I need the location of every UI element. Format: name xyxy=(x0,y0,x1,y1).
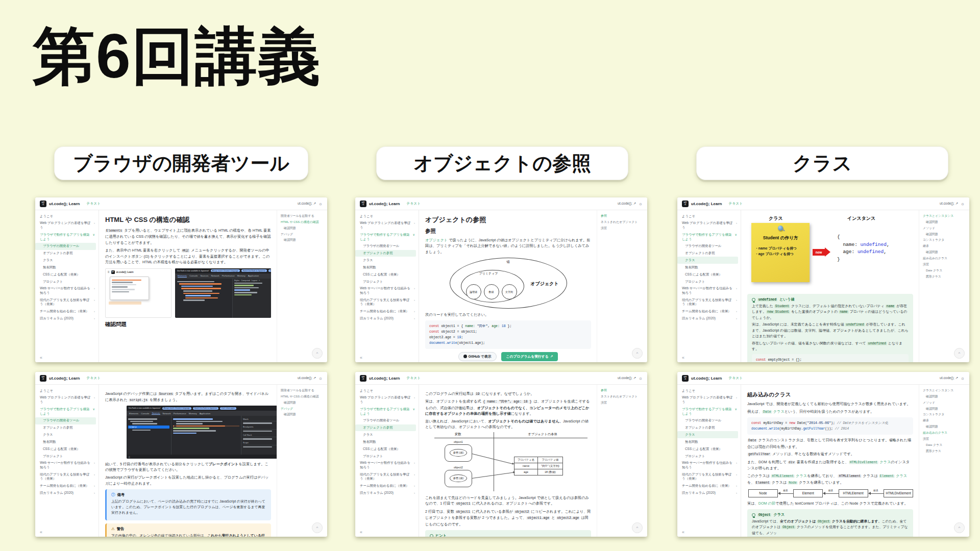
toc-item[interactable]: 演習 xyxy=(601,227,645,231)
brand-logo[interactable]: UT.C xyxy=(40,375,46,382)
sidebar-item[interactable]: Web サーバーが動作する仕組みを知ろう› xyxy=(677,285,741,296)
brand-name[interactable]: ut.code(); Learn xyxy=(369,202,400,206)
sidebar-item[interactable]: 現代のアプリを支える技術を学ぼう（発展）› xyxy=(355,296,419,308)
sidebar-item[interactable]: ようこそ xyxy=(35,213,99,220)
external-site-link[interactable]: ut.code(); ↗ xyxy=(618,202,636,206)
sidebar-item[interactable]: ブラウザで動作するアプリを構築しよう∨ xyxy=(35,231,99,242)
brand-name[interactable]: ut.code(); Learn xyxy=(369,376,400,381)
sidebar-item[interactable]: Web サーバーが動作する仕組みを知ろう› xyxy=(355,460,419,471)
toc-item[interactable]: 確認問題 xyxy=(281,227,325,231)
nav-link-text[interactable]: テキスト xyxy=(406,375,421,381)
sidebar-item[interactable]: Web サーバーが動作する仕組みを知ろう› xyxy=(677,460,741,471)
external-site-link[interactable]: ut.code(); ↗ xyxy=(298,202,316,206)
toc-item[interactable]: 確認問題 xyxy=(923,407,967,411)
theme-toggle-icon[interactable]: ☼ xyxy=(961,201,965,206)
devtools-tab[interactable]: Console xyxy=(189,274,198,277)
toc-item[interactable]: 確認問題 xyxy=(281,238,325,242)
sidebar-item[interactable]: Web プログラミングの基礎を学ぼう› xyxy=(355,220,419,231)
sidebar-item[interactable]: 旧カリキュラム (2020)› xyxy=(677,315,741,322)
sidebar-item[interactable]: チーム開発を始める前に（発展）› xyxy=(677,308,741,315)
sidebar-item[interactable]: ブラウザで動作するアプリを構築しよう∨ xyxy=(677,406,741,417)
sidebar-item[interactable]: プロジェクト xyxy=(677,453,741,460)
debugger-section-label[interactable]: Watch xyxy=(243,417,277,421)
nav-link-text[interactable]: テキスト xyxy=(406,201,421,206)
sidebar-item[interactable]: 無名関数 xyxy=(355,438,419,445)
sidebar-item[interactable]: チーム開発を始める前に（発展）› xyxy=(35,308,99,315)
devtools-tab[interactable]: Memory xyxy=(237,274,246,277)
toc-item[interactable]: 確認問題 xyxy=(923,220,967,224)
sidebar-item[interactable]: 旧カリキュラム (2020)› xyxy=(355,315,419,322)
devtools-banner-button[interactable]: Don't show again xyxy=(220,407,236,410)
brand-logo[interactable]: UT.C xyxy=(682,201,689,207)
file-item-active[interactable]: script.js xyxy=(128,425,169,429)
devtools-banner-button[interactable]: Switch DevTools to Japanese xyxy=(193,407,218,410)
scroll-to-top-button[interactable]: ^ xyxy=(954,348,965,359)
sidebar-item[interactable]: オブジェクトの参照 xyxy=(35,424,99,432)
sidebar-item[interactable]: オブジェクトの参照 xyxy=(35,250,99,257)
scroll-to-top-button[interactable]: ^ xyxy=(632,522,643,533)
text-link[interactable]: クラス xyxy=(895,473,907,478)
sidebar-item[interactable]: チーム開発を始める前に（発展）› xyxy=(355,483,419,490)
nav-link-text[interactable]: テキスト xyxy=(86,375,101,381)
devtools-banner-button[interactable]: Switch DevTools to Japanese xyxy=(241,269,267,272)
brand-name[interactable]: ut.code(); Learn xyxy=(691,202,722,206)
toc-item[interactable]: 演習 xyxy=(923,437,967,441)
devtools-tab[interactable]: Elements xyxy=(129,412,138,415)
sidebar-item[interactable]: プロジェクト xyxy=(677,278,741,285)
sidebar-item[interactable]: 無名関数 xyxy=(355,264,419,271)
sidebar-item[interactable]: ブラウザの開発者ツール xyxy=(677,243,741,250)
inline-code-link[interactable]: HTMLDivElement xyxy=(849,461,879,464)
run-program-button[interactable]: このプログラムを実行する↗ xyxy=(501,352,558,361)
sidebar-item[interactable]: ブラウザで動作するアプリを構築しよう∨ xyxy=(355,231,419,242)
scroll-to-top-button[interactable]: ^ xyxy=(632,348,643,359)
inline-code-link[interactable]: HTMLElement xyxy=(771,474,795,478)
text-link[interactable]: DOM の節 xyxy=(758,501,775,506)
toc-item[interactable]: Date クラス xyxy=(923,269,967,273)
sidebar-item[interactable]: CSS による配置（発展） xyxy=(677,445,741,453)
devtools-banner-button[interactable]: Don't show again xyxy=(268,269,271,272)
brand-logo[interactable]: UT.C xyxy=(682,375,689,382)
inline-code-link[interactable]: Node xyxy=(788,481,798,485)
sidebar-item[interactable]: 現代のアプリを支える技術を学ぼう（発展）› xyxy=(677,296,741,308)
brand-name[interactable]: ut.code(); Learn xyxy=(49,376,80,381)
theme-toggle-icon[interactable]: ☼ xyxy=(961,375,965,381)
toc-item[interactable]: 開発者ツールを起動する xyxy=(281,214,325,218)
toc-item[interactable]: ネストされたオブジェクト xyxy=(601,220,645,224)
brand-logo[interactable]: UT.C xyxy=(40,201,46,207)
toc-item[interactable]: 継承 xyxy=(923,244,967,248)
sidebar-item[interactable]: プロジェクト xyxy=(35,278,99,285)
devtools-tab[interactable]: Application xyxy=(248,274,259,277)
toc-item[interactable]: HTML や CSS の構造の確認 xyxy=(281,395,325,399)
theme-toggle-icon[interactable]: ☼ xyxy=(318,375,323,381)
sidebar-item[interactable]: ようこそ xyxy=(677,213,741,220)
sidebar-item[interactable]: 現代のアプリを支える技術を学ぼう（発展）› xyxy=(355,471,419,482)
sidebar-item[interactable]: 現代のアプリを支える技術を学ぼう（発展）› xyxy=(35,296,99,308)
scroll-to-top-button[interactable]: ^ xyxy=(312,522,323,533)
sidebar-item[interactable]: 旧カリキュラム (2020)› xyxy=(35,490,99,497)
sidebar-item[interactable]: プロジェクト xyxy=(35,453,99,460)
sidebar-collapse-button[interactable]: « xyxy=(40,355,42,360)
sidebar-collapse-button[interactable]: « xyxy=(40,530,42,535)
devtools-tab[interactable]: Memory xyxy=(189,412,197,415)
styles-subtab[interactable]: Layout xyxy=(252,280,257,282)
sidebar-collapse-button[interactable]: « xyxy=(682,355,684,360)
toc-item[interactable]: 確認問題 xyxy=(923,425,967,429)
toc-item[interactable]: デバッグ xyxy=(281,407,325,411)
devtools-tab[interactable]: Elements xyxy=(178,274,187,278)
sidebar-item[interactable]: 旧カリキュラム (2020)› xyxy=(355,490,419,497)
sidebar-item[interactable]: ようこそ xyxy=(355,387,419,394)
sidebar-item[interactable]: Web サーバーが動作する仕組みを知ろう› xyxy=(35,285,99,296)
sidebar-item[interactable]: CSS による配置（発展） xyxy=(355,271,419,278)
brand-name[interactable]: ut.code(); Learn xyxy=(49,202,80,206)
sidebar-item[interactable]: CSS による配置（発展） xyxy=(355,445,419,453)
devtools-tab[interactable]: Network xyxy=(211,274,219,277)
styles-subtab[interactable]: Computed xyxy=(241,280,250,282)
sidebar-item[interactable]: クラス xyxy=(355,431,419,438)
sidebar-item[interactable]: クラス xyxy=(677,257,738,264)
sidebar-item[interactable]: プロジェクト xyxy=(355,278,419,285)
sidebar-item[interactable]: 旧カリキュラム (2020)› xyxy=(35,315,99,322)
sidebar-item[interactable]: Web プログラミングの基礎を学ぼう› xyxy=(35,394,99,406)
toc-item[interactable]: 確認問題 xyxy=(281,401,325,405)
toc-item[interactable]: 開発者ツールを起動する xyxy=(281,389,325,393)
sidebar-item[interactable]: オブジェクトの参照 xyxy=(677,250,741,257)
